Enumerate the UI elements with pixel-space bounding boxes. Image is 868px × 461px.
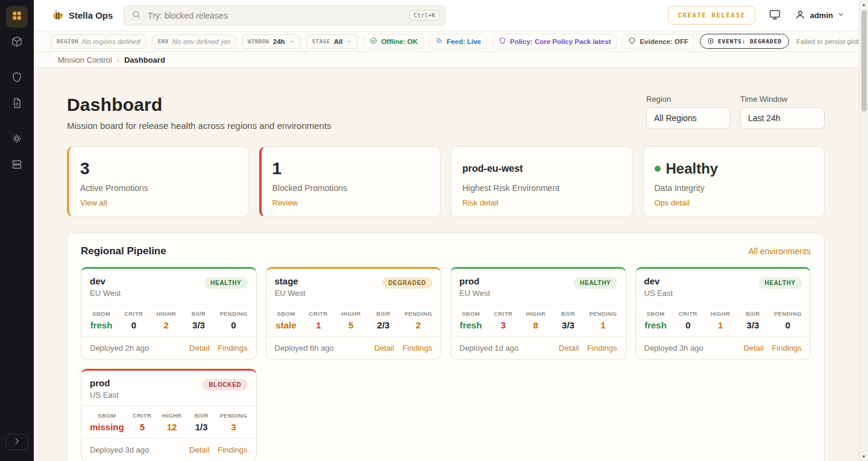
all-environments-link[interactable]: All environments: [749, 246, 811, 256]
region-filter-chip[interactable]: REGION No regions defined: [51, 34, 146, 49]
environment-title-block: devUS East: [644, 276, 673, 298]
metric-value: fresh: [459, 320, 482, 330]
findings-link[interactable]: Findings: [772, 343, 802, 353]
stat-card-highest-risk: prod-eu-west Highest Risk Environment Ri…: [451, 146, 633, 217]
sidebar-item-security[interactable]: [6, 67, 28, 89]
metric-bir: B/I/R3/3: [187, 310, 210, 330]
status-badge: HEALTHY: [759, 277, 802, 289]
display-mode-button[interactable]: [769, 8, 781, 23]
sidebar-item-dashboard[interactable]: [6, 6, 28, 28]
status-text: Feed: Live: [447, 38, 481, 45]
page-title: Dashboard: [67, 95, 332, 115]
shield-icon: [11, 71, 23, 86]
sidebar-item-infrastructure[interactable]: [6, 155, 28, 177]
metric-value: 5: [131, 422, 154, 432]
metrics-row: SBOMstaleCRITR1HIGHR5B/I/R2/3PENDING2: [266, 304, 441, 336]
deployed-time: Deployed 6h ago: [275, 343, 334, 353]
metric-value: 12: [160, 422, 183, 432]
metric-bir: B/I/R3/3: [741, 310, 764, 330]
time-window-filter-label: Time Window: [740, 95, 825, 104]
events-degraded-badge[interactable]: EVENTS: DEGRADED: [700, 34, 789, 49]
detail-link[interactable]: Detail: [744, 343, 764, 353]
feed-status: Feed: Live: [429, 34, 487, 49]
vertical-scrollbar[interactable]: ▲ ▼: [859, 0, 868, 461]
region-select[interactable]: All Regions: [646, 107, 731, 129]
pipeline-card-footer: Deployed 1d agoDetailFindings: [451, 336, 626, 359]
findings-link[interactable]: Findings: [403, 343, 432, 353]
scroll-down-arrow[interactable]: ▼: [860, 452, 868, 461]
metric-value: 3/3: [741, 320, 764, 330]
brand-name: Stella Ops: [69, 10, 113, 20]
stats-row: 3 Active Promotions View all 1 Blocked P…: [67, 146, 825, 217]
metric-label: SBOM: [90, 412, 124, 419]
metric-label: CRITR: [492, 310, 515, 317]
pipeline-card: devUS EastHEALTHYSBOMfreshCRITR0HIGHR1B/…: [635, 267, 811, 360]
card-links: DetailFindings: [189, 343, 247, 353]
check-circle-icon: [370, 37, 377, 46]
time-window-filter: Time Window Last 24h: [740, 95, 825, 129]
stat-label: Active Promotions: [80, 183, 237, 193]
time-window-select[interactable]: Last 24h: [740, 107, 825, 129]
stat-card-active-promotions: 3 Active Promotions View all: [67, 146, 249, 217]
search-input[interactable]: [146, 10, 404, 21]
metric-label: HIGHR: [524, 310, 547, 317]
scroll-up-arrow[interactable]: ▲: [860, 0, 868, 9]
detail-link[interactable]: Detail: [559, 343, 579, 353]
metric-value: 2: [404, 320, 432, 330]
events-badge-text: EVENTS: DEGRADED: [718, 38, 782, 45]
global-search[interactable]: Ctrl+K: [124, 5, 446, 26]
page-content: Dashboard Mission board for release heal…: [34, 68, 859, 461]
metric-value: 0: [122, 320, 145, 330]
metric-value: fresh: [644, 320, 667, 330]
metric-label: PENDING: [404, 310, 432, 317]
chip-value: 24h: [273, 38, 285, 45]
detail-link[interactable]: Detail: [374, 343, 394, 353]
metric-value: 0: [219, 320, 247, 330]
environment-region: US East: [90, 390, 119, 400]
metric-value: 3/3: [557, 320, 580, 330]
panel-header: Regional Pipeline All environments: [81, 245, 811, 257]
evidence-status: Evidence: OFF: [622, 34, 694, 49]
environment-name: dev: [644, 276, 673, 286]
risk-detail-link[interactable]: Risk detail: [462, 198, 498, 207]
health-text: Healthy: [666, 160, 719, 177]
environment-title-block: stageEU West: [275, 276, 306, 298]
scrollbar-thumb[interactable]: [861, 10, 867, 111]
metric-label: HIGHR: [155, 310, 178, 317]
metric-value: 1: [307, 320, 330, 330]
metric-pending: PENDING0: [219, 310, 247, 330]
sidebar-item-releases[interactable]: [6, 32, 28, 54]
review-link[interactable]: Review: [272, 198, 298, 207]
metric-label: B/I/R: [190, 412, 213, 419]
sidebar-item-settings[interactable]: [6, 129, 28, 151]
circle-dot-icon: [707, 37, 714, 46]
create-release-button[interactable]: CREATE RELEASE: [668, 6, 755, 25]
chip-label: WINDOW: [248, 39, 269, 45]
stage-filter-chip[interactable]: STAGE All: [306, 34, 359, 49]
ops-detail-link[interactable]: Ops detail: [655, 198, 690, 207]
findings-link[interactable]: Findings: [587, 343, 617, 353]
metric-label: PENDING: [219, 310, 247, 317]
sidebar-expand-button[interactable]: [5, 434, 28, 450]
findings-link[interactable]: Findings: [218, 343, 247, 353]
rss-icon: [435, 37, 443, 46]
env-filter-chip[interactable]: ENV No env defined yet: [152, 34, 236, 49]
metrics-row: SBOMfreshCRITR0HIGHR1B/I/R3/3PENDING0: [636, 304, 811, 336]
breadcrumb-mission-control[interactable]: Mission Control: [58, 55, 112, 64]
pipeline-card-footer: Deployed 2h agoDetailFindings: [81, 336, 256, 359]
window-filter-chip[interactable]: WINDOW 24h: [242, 34, 301, 49]
breadcrumb: Mission Control › Dashboard: [34, 52, 859, 68]
status-badge: HEALTHY: [574, 277, 617, 289]
detail-link[interactable]: Detail: [189, 343, 209, 353]
brand-logo[interactable]: Stella Ops: [51, 8, 113, 22]
status-text: Evidence: OFF: [640, 38, 688, 45]
sidebar-item-documents[interactable]: [6, 93, 28, 115]
findings-link[interactable]: Findings: [218, 445, 247, 454]
pipeline-card-header: devEU WestHEALTHY: [81, 269, 256, 304]
metric-label: CRITR: [307, 310, 330, 317]
detail-link[interactable]: Detail: [189, 445, 209, 454]
view-all-link[interactable]: View all: [80, 198, 107, 207]
user-menu[interactable]: admin: [794, 9, 844, 22]
card-links: DetailFindings: [559, 343, 617, 353]
deployed-time: Deployed 1d ago: [459, 343, 518, 353]
